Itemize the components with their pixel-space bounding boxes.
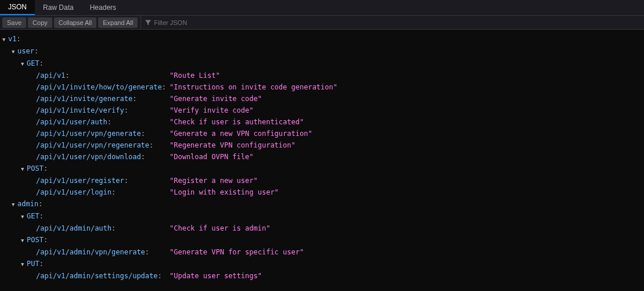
json-key: /api/v1 (36, 71, 66, 80)
json-value: "Route List" (170, 71, 220, 80)
toggle-icon[interactable]: ▼ (12, 46, 17, 58)
json-key: /api/v1/invite/how/to/generate (36, 83, 162, 91)
colon: : (162, 83, 166, 91)
json-key: GET (27, 59, 39, 67)
colon: : (39, 260, 44, 268)
colon: : (141, 130, 145, 138)
json-node: ▼user: (2, 45, 642, 58)
json-key: v1 (8, 35, 16, 43)
toggle-icon[interactable]: ▼ (21, 211, 27, 222)
json-tree: ▼v1:▼user:▼GET:/api/v1:"Route List"/api/… (0, 30, 644, 285)
json-node: /api/v1/admin/auth:"Check if user is adm… (2, 222, 642, 234)
json-key: /api/v1/user/vpn/download (36, 153, 141, 161)
filter-wrap (141, 16, 224, 29)
toggle-icon[interactable]: ▼ (2, 34, 8, 45)
json-value: "Verify invite code" (170, 106, 254, 114)
json-value: "Regenerate VPN configuration" (170, 141, 296, 149)
json-key: admin (17, 200, 38, 208)
toggle-icon[interactable]: ▼ (12, 199, 17, 210)
toggle-icon[interactable]: ▼ (21, 163, 27, 175)
filter-input[interactable] (154, 19, 224, 26)
colon: : (145, 248, 149, 256)
json-node: ▼admin: (2, 198, 642, 210)
json-node: /api/v1/admin/vpn/generate:"Generate VPN… (2, 246, 642, 258)
json-node: /api/v1/user/register:"Register a new us… (2, 175, 642, 186)
json-key: /api/v1/invite/generate (36, 95, 132, 103)
json-node: /api/v1/invite/generate:"Generate invite… (2, 93, 642, 105)
json-node: /api/v1/user/vpn/generate:"Generate a ne… (2, 128, 642, 139)
colon: : (124, 177, 128, 185)
json-key: GET (27, 212, 39, 220)
json-key: /api/v1/admin/vpn/generate (36, 248, 145, 256)
toolbar: Save Copy Collapse All Expand All (0, 16, 644, 30)
json-key: /api/v1/admin/auth (36, 224, 111, 232)
toggle-icon[interactable]: ▼ (21, 258, 27, 270)
colon: : (34, 47, 38, 55)
json-value: "Generate invite code" (170, 95, 262, 103)
json-node: ▼v1: (2, 33, 642, 45)
json-key: /api/v1/user/register (36, 177, 124, 185)
json-node: /api/v1/invite/verify:"Verify invite cod… (2, 105, 642, 116)
json-node: /api/v1/user/vpn/regenerate:"Regenerate … (2, 139, 642, 151)
collapse-all-button[interactable]: Collapse All (54, 17, 96, 28)
json-key: /api/v1/user/vpn/generate (36, 130, 141, 138)
colon: : (39, 59, 44, 67)
colon: : (39, 212, 44, 220)
json-key: /api/v1/user/login (36, 188, 111, 196)
json-node: /api/v1:"Route List" (2, 70, 642, 81)
json-node: ▼POST: (2, 163, 642, 175)
colon: : (124, 106, 128, 114)
toggle-icon[interactable]: ▼ (21, 235, 27, 246)
json-value: "Instructions on invite code generation" (170, 83, 337, 91)
json-node: ▼PUT: (2, 258, 642, 270)
json-key: user (17, 47, 34, 55)
json-node: ▼GET: (2, 210, 642, 222)
copy-button[interactable]: Copy (28, 17, 52, 28)
colon: : (66, 71, 70, 80)
expand-all-button[interactable]: Expand All (98, 17, 138, 28)
json-value: "Check if user is admin" (170, 224, 270, 232)
colon: : (16, 35, 20, 43)
colon: : (44, 236, 48, 244)
json-node: /api/v1/invite/how/to/generate:"Instruct… (2, 81, 642, 93)
colon: : (149, 141, 153, 149)
tab-raw-data[interactable]: Raw Data (35, 0, 82, 15)
json-value: "Update user settings" (170, 272, 262, 280)
json-key: /api/v1/user/auth (36, 118, 107, 126)
colon: : (111, 188, 116, 196)
save-button[interactable]: Save (2, 17, 26, 28)
json-key: /api/v1/user/vpn/regenerate (36, 141, 149, 149)
json-value: "Register a new user" (170, 177, 258, 185)
json-node: ▼POST: (2, 234, 642, 246)
json-value: "Generate VPN for specific user" (170, 248, 304, 256)
json-key: /api/v1/admin/settings/update (36, 272, 158, 280)
filter-icon (145, 19, 152, 26)
json-value: "Login with existing user" (170, 188, 279, 196)
colon: : (111, 224, 116, 232)
colon: : (158, 272, 162, 280)
json-key: POST (27, 236, 44, 244)
json-node: /api/v1/admin/settings/update:"Update us… (2, 270, 642, 282)
colon: : (44, 164, 48, 173)
colon: : (132, 95, 136, 103)
toggle-icon[interactable]: ▼ (21, 58, 27, 70)
viewer-tabs: JSON Raw Data Headers (0, 0, 644, 16)
colon: : (107, 118, 111, 126)
json-node: /api/v1/user/vpn/download:"Download OVPN… (2, 151, 642, 163)
tab-json[interactable]: JSON (0, 0, 35, 15)
json-value: "Generate a new VPN configuration" (170, 130, 312, 138)
json-key: POST (27, 164, 44, 173)
json-node: /api/v1/user/auth:"Check if user is auth… (2, 116, 642, 128)
json-value: "Check if user is authenticated" (170, 118, 304, 126)
json-node: /api/v1/user/login:"Login with existing … (2, 186, 642, 198)
json-node: ▼GET: (2, 58, 642, 70)
colon: : (38, 200, 42, 208)
colon: : (141, 153, 145, 161)
json-key: /api/v1/invite/verify (36, 106, 124, 114)
json-key: PUT (27, 260, 39, 268)
json-value: "Download OVPN file" (170, 153, 254, 161)
tab-headers[interactable]: Headers (82, 0, 124, 15)
